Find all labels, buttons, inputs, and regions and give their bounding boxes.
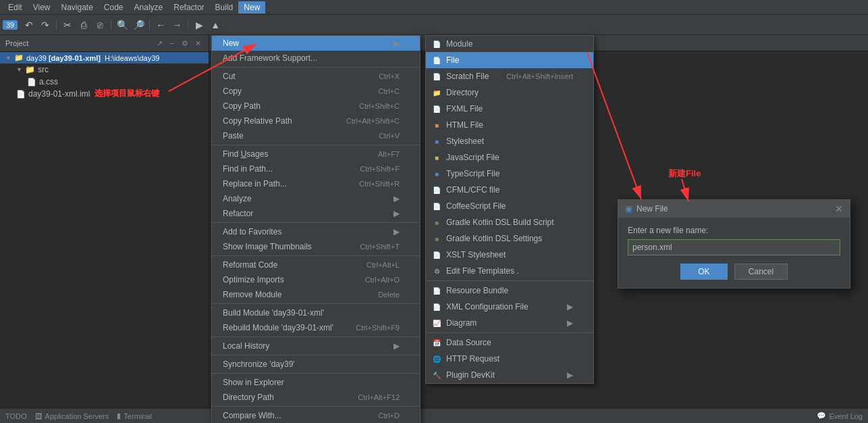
status-terminal[interactable]: ▮ Terminal [117, 412, 152, 420]
status-event-log[interactable]: 💬 Event Log [817, 412, 863, 420]
context-menu-copy[interactable]: Copy Ctrl+C [212, 84, 420, 99]
submenu-cfml[interactable]: 📄 CFML/CFC file [426, 182, 593, 198]
context-menu-add-framework[interactable]: Add Framework Support... [212, 51, 420, 66]
search-button[interactable]: 🔍 [115, 18, 130, 32]
copy-relative-path-shortcut: Ctrl+Alt+Shift+C [346, 117, 400, 125]
context-menu-reformat[interactable]: Reformat Code Ctrl+Alt+L [212, 257, 420, 272]
run-button[interactable]: ▶ [192, 18, 207, 32]
context-menu-find-in-path[interactable]: Find in Path... Ctrl+Shift+F [212, 161, 420, 176]
separator-3 [212, 222, 420, 223]
paste-button[interactable]: ⎚ [92, 18, 107, 32]
context-menu-refactor[interactable]: Refactor ▶ [212, 206, 420, 221]
paste-shortcut: Ctrl+V [379, 132, 400, 140]
tree-item-src[interactable]: ▼ 📁 src [0, 64, 209, 76]
context-menu-local-history[interactable]: Local History ▶ [212, 339, 420, 353]
debug-button[interactable]: ▲ [208, 18, 223, 32]
dialog-close-button[interactable]: ✕ [835, 204, 843, 214]
context-menu-copy-path[interactable]: Copy Path Ctrl+Shift+C [212, 99, 420, 114]
add-framework-label: Add Framework Support... [223, 53, 317, 63]
status-app-servers[interactable]: 🖼 Application Servers [35, 412, 109, 420]
context-menu-new[interactable]: New ▶ [212, 36, 420, 51]
submenu-ts[interactable]: ■ TypeScript File [426, 166, 593, 182]
submenu-module[interactable]: 📄 Module [426, 36, 593, 52]
tree-item-project-root[interactable]: ▼ 📁 day39 [day39-01-xml] H:\ideaws\day39 [0, 52, 209, 64]
new-file-input[interactable] [628, 239, 840, 255]
menu-navigate[interactable]: Navigate [55, 1, 98, 14]
compare-with-shortcut: Ctrl+D [379, 412, 400, 420]
submenu-file[interactable]: 📄 File [426, 52, 593, 68]
context-menu-rebuild-module[interactable]: Rebuild Module 'day39-01-xml' Ctrl+Shift… [212, 320, 420, 335]
submenu-js[interactable]: ■ JavaScript File [426, 149, 593, 166]
context-menu-copy-relative-path[interactable]: Copy Relative Path Ctrl+Alt+Shift+C [212, 114, 420, 128]
submenu-fxml[interactable]: 📄 FXML File [426, 101, 593, 117]
context-menu-paste[interactable]: Paste Ctrl+V [212, 128, 420, 143]
context-menu-optimize-imports[interactable]: Optimize Imports Ctrl+Alt+O [212, 272, 420, 287]
menu-refactor[interactable]: Refactor [168, 1, 209, 14]
toolbar-separator-2 [111, 20, 111, 30]
copy-button[interactable]: ⎙ [76, 18, 91, 32]
back-button[interactable]: ← [153, 18, 168, 32]
submenu-diagram[interactable]: 📈 Diagram ▶ [426, 315, 593, 331]
tree-item-acss[interactable]: 📄 a.css [0, 76, 209, 88]
resource-bundle-icon: 📄 [431, 285, 442, 296]
submenu-directory[interactable]: 📁 Directory [426, 84, 593, 101]
local-history-label: Local History [223, 341, 269, 351]
context-menu-add-favorites[interactable]: Add to Favorites ▶ [212, 224, 420, 239]
submenu-gradle-build[interactable]: ■ Gradle Kotlin DSL Build Script [426, 214, 593, 230]
fxml-icon: 📄 [431, 103, 442, 114]
menu-new[interactable]: New [238, 1, 265, 14]
submenu-xslt[interactable]: 📄 XSLT Stylesheet [426, 247, 593, 263]
sidebar-collapse[interactable]: − [167, 38, 178, 49]
submenu-gradle-settings[interactable]: ■ Gradle Kotlin DSL Settings [426, 230, 593, 247]
context-menu-find-usages[interactable]: Find Usages Alt+F7 [212, 147, 420, 161]
menu-build[interactable]: Build [210, 1, 239, 14]
submenu-xml-config[interactable]: 📄 XML Configuration File ▶ [426, 299, 593, 315]
context-menu-remove-module[interactable]: Remove Module Delete [212, 287, 420, 302]
dialog-ok-button[interactable]: OK [680, 264, 728, 280]
context-menu-synchronize[interactable]: Synchronize 'day39' [212, 357, 420, 372]
sidebar: Project ↗ − ⚙ ✕ ▼ 📁 day39 [day39-01-xml]… [0, 35, 209, 408]
toolbar-separator-4 [188, 20, 188, 30]
context-menu-compare-with[interactable]: Compare With... Ctrl+D [212, 408, 420, 423]
forward-button[interactable]: → [169, 18, 184, 32]
submenu-stylesheet[interactable]: ■ Stylesheet [426, 133, 593, 149]
context-menu-replace-in-path[interactable]: Replace in Path... Ctrl+Shift+R [212, 176, 420, 191]
redo-button[interactable]: ↷ [38, 18, 53, 32]
submenu-html[interactable]: ■ HTML File [426, 117, 593, 133]
context-menu-build-module[interactable]: Build Module 'day39-01-xml' [212, 305, 420, 320]
copy-relative-path-label: Copy Relative Path [223, 116, 292, 126]
separator-1 [212, 67, 420, 68]
submenu-edit-templates[interactable]: ⚙ Edit File Templates . [426, 263, 593, 279]
menu-analyze[interactable]: Analyze [129, 1, 169, 14]
menu-edit[interactable]: Edit [3, 1, 28, 14]
tree-item-iml[interactable]: 📄 day39-01-xml.iml [0, 88, 209, 100]
context-menu-analyze[interactable]: Analyze ▶ [212, 191, 420, 206]
context-menu: New ▶ Add Framework Support... Cut Ctrl+… [211, 35, 421, 423]
sidebar-settings[interactable]: ⚙ [180, 38, 190, 49]
refactor-arrow: ▶ [394, 209, 400, 218]
cut-button[interactable]: ✂ [60, 18, 75, 32]
search2-button[interactable]: 🔎 [131, 18, 146, 32]
context-menu-directory-path[interactable]: Directory Path Ctrl+Alt+F12 [212, 390, 420, 405]
context-menu-show-explorer[interactable]: Show in Explorer [212, 375, 420, 390]
menu-code[interactable]: Code [99, 1, 129, 14]
submenu-scratch-file[interactable]: 📄 Scratch File Ctrl+Alt+Shift+Insert [426, 68, 593, 84]
submenu-resource-bundle[interactable]: 📄 Resource Bundle [426, 282, 593, 299]
status-todo[interactable]: TODO [5, 412, 27, 420]
analyze-label: Analyze [223, 194, 252, 203]
undo-button[interactable]: ↶ [22, 18, 36, 32]
dialog-cancel-button[interactable]: Cancel [734, 264, 788, 280]
context-menu-show-thumbnails[interactable]: Show Image Thumbnails Ctrl+Shift+T [212, 239, 420, 254]
submenu-plugin-devkit[interactable]: 🔨 Plugin DevKit ▶ [426, 367, 593, 383]
submenu-coffeescript[interactable]: 📄 CoffeeScript File [426, 198, 593, 214]
menu-view[interactable]: View [28, 1, 56, 14]
sidebar-close[interactable]: ✕ [192, 38, 203, 49]
find-in-path-shortcut: Ctrl+Shift+F [360, 165, 400, 173]
submenu-http-request[interactable]: 🌐 HTTP Request [426, 351, 593, 367]
xslt-label: XSLT Stylesheet [446, 250, 506, 259]
submenu-data-source[interactable]: 📅 Data Source [426, 334, 593, 351]
cfml-icon: 📄 [431, 184, 442, 195]
separator-7 [212, 355, 420, 355]
sidebar-external-link[interactable]: ↗ [154, 38, 165, 49]
context-menu-cut[interactable]: Cut Ctrl+X [212, 69, 420, 84]
